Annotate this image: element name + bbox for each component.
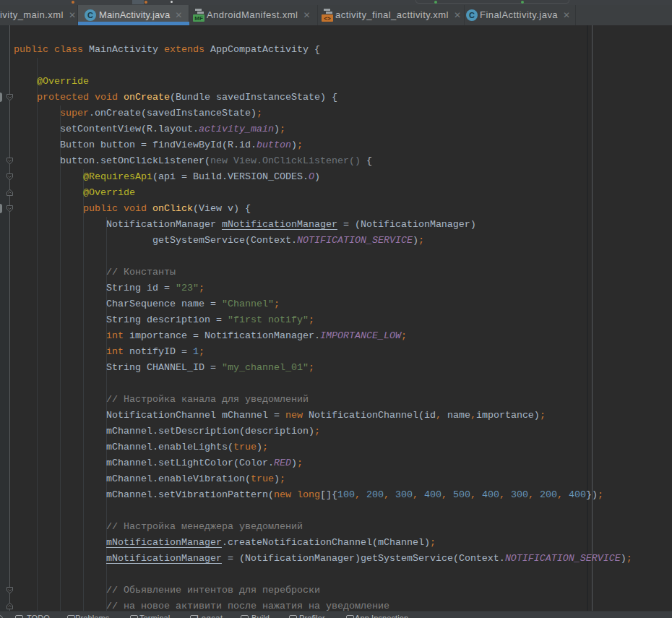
svg-text:MF: MF: [194, 15, 203, 22]
svg-text:C: C: [469, 11, 475, 20]
svg-text:C: C: [87, 11, 93, 20]
svg-text:<>: <>: [324, 15, 331, 22]
